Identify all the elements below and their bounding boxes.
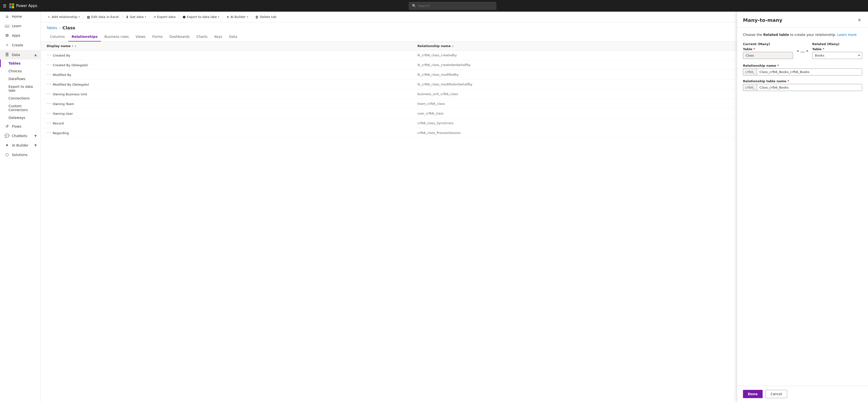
edit-in-excel-button[interactable]: ▦ Edit data in Excel	[85, 12, 121, 22]
home-icon: ⌂	[5, 14, 9, 19]
sidebar-item-label: Home	[12, 14, 22, 19]
search-icon: 🔍	[412, 4, 416, 8]
row-actions[interactable]: ···	[46, 101, 52, 106]
relationship-table-name-field: Relationship table name * crfb6_	[743, 79, 862, 91]
row-actions[interactable]: ···	[46, 72, 52, 77]
sidebar-sub-label: Export to data lake	[8, 85, 37, 93]
done-button[interactable]: Done	[743, 390, 763, 398]
export-data-button[interactable]: ↗ Export data	[151, 12, 178, 22]
panel-description: Choose the Related table to create your …	[743, 33, 862, 37]
logo: Power Apps	[9, 3, 37, 8]
sidebar-sub-label: Choices	[8, 69, 22, 73]
sidebar-item-flows[interactable]: ↺ Flows	[0, 122, 40, 131]
ai-builder-button[interactable]: ✦ AI Builder ▾	[224, 12, 251, 22]
relationship-name-input[interactable]	[757, 69, 862, 75]
sidebar-item-choices[interactable]: Choices	[0, 67, 40, 75]
sidebar-item-ai-builder[interactable]: ✦ AI Builder ▼	[0, 140, 40, 150]
row-actions[interactable]: ···	[46, 121, 52, 126]
sidebar-item-gateways[interactable]: Gateways	[0, 114, 40, 122]
sidebar-item-apps[interactable]: ⊞ Apps	[0, 31, 40, 40]
hamburger-icon[interactable]: ☰	[3, 4, 6, 8]
tab-keys[interactable]: Keys	[211, 32, 226, 41]
add-relationship-button[interactable]: ＋ Add relationship ▾	[45, 12, 82, 22]
chevron-down-icon: ▾	[218, 15, 219, 18]
chatbots-icon: 💬	[5, 133, 9, 138]
tab-charts[interactable]: Charts	[193, 32, 211, 41]
sort-icons: ↑ ↓	[72, 45, 76, 47]
display-name-cell: ··· Created By (Delegate)	[41, 60, 411, 70]
sort-icons: ↓	[452, 45, 454, 47]
delete-tab-button[interactable]: 🗑 Delete tab	[253, 12, 279, 22]
breadcrumb-parent[interactable]: Tables	[46, 26, 57, 30]
many-to-many-panel: Many-to-many ✕ Choose the Related table …	[737, 12, 868, 402]
sidebar-item-custom-connectors[interactable]: Custom Connectors	[0, 102, 40, 114]
panel-close-button[interactable]: ✕	[857, 16, 862, 24]
row-actions[interactable]: ···	[46, 92, 52, 96]
related-table-label: Table *	[812, 47, 862, 51]
sidebar-item-chatbots[interactable]: 💬 Chatbots ▼	[0, 131, 40, 140]
export-data-label: Export data	[157, 15, 176, 19]
sidebar-sub-label: Connections	[8, 96, 30, 100]
relationship-name-field: Relationship name * crfb6_	[743, 64, 862, 75]
required-mark: *	[823, 47, 824, 51]
tab-columns[interactable]: Columns	[46, 32, 68, 41]
tab-forms[interactable]: Forms	[149, 32, 166, 41]
sidebar-item-export-lake[interactable]: Export to data lake	[0, 83, 40, 94]
sidebar-item-label: Solutions	[12, 153, 27, 157]
display-name-cell: ··· Modified By	[41, 70, 411, 79]
sidebar-item-tables[interactable]: Tables	[0, 60, 40, 67]
display-name-cell: ··· Owning Team	[41, 99, 411, 109]
cancel-button[interactable]: Cancel	[766, 390, 787, 398]
col-display-name[interactable]: Display name ↑ ↓	[41, 42, 411, 51]
relationship-table-name-label: Relationship table name *	[743, 79, 862, 83]
app-name: Power Apps	[16, 4, 37, 8]
search-input[interactable]	[418, 4, 493, 8]
display-name-cell: ··· Record	[41, 119, 411, 128]
chevron-down-icon: ▼	[34, 134, 37, 138]
export-lake-button[interactable]: ⬢ Export to data lake ▾	[180, 12, 222, 22]
separator	[251, 14, 252, 20]
get-data-button[interactable]: ⬇ Get data ▾	[123, 12, 148, 22]
sidebar-item-label: Learn	[12, 24, 21, 28]
row-actions[interactable]: ···	[46, 53, 52, 58]
current-table-value: Class	[743, 52, 793, 59]
sidebar-item-solutions[interactable]: ⬡ Solutions	[0, 150, 40, 159]
panel-body: Choose the Related table to create your …	[737, 28, 868, 386]
row-actions[interactable]: ···	[46, 63, 52, 67]
sidebar-item-label: Data	[12, 53, 20, 57]
search-bar[interactable]: 🔍	[409, 2, 496, 10]
lake-icon: ⬢	[183, 15, 186, 19]
tab-data[interactable]: Data	[225, 32, 240, 41]
delete-icon: 🗑	[255, 15, 258, 19]
sidebar-item-home[interactable]: ⌂ Home	[0, 12, 40, 21]
current-heading: Current (Many)	[743, 42, 793, 46]
edit-excel-label: Edit data in Excel	[91, 15, 119, 19]
relationship-table-name-input[interactable]	[757, 84, 862, 91]
tab-business-rules[interactable]: Business rules	[101, 32, 132, 41]
row-actions[interactable]: ···	[46, 82, 52, 87]
chevron-down-icon: ▾	[79, 15, 80, 18]
tab-dashboards[interactable]: Dashboards	[166, 32, 193, 41]
learn-more-link[interactable]: Learn more	[837, 33, 857, 37]
row-actions[interactable]: ···	[46, 131, 52, 135]
row-actions[interactable]: ···	[46, 111, 52, 116]
display-name-cell: ··· Owning User	[41, 109, 411, 119]
sidebar-item-data[interactable]: 🗄 Data ▲	[0, 50, 40, 60]
sidebar-sub-label: Gateways	[8, 116, 25, 120]
data-icon: 🗄	[5, 53, 9, 57]
tab-views[interactable]: Views	[132, 32, 149, 41]
relationship-name-label: Relationship name *	[743, 64, 862, 67]
sidebar-sub-label: Tables	[8, 61, 21, 65]
relationship-name-prefix: crfb6_	[743, 69, 757, 75]
related-table-select[interactable]: Books Account Contact Order	[812, 52, 862, 59]
related-col: Related (Many) Table * Books Account Con…	[812, 42, 862, 59]
microsoft-logo	[9, 3, 14, 8]
sidebar-item-learn[interactable]: 📖 Learn	[0, 21, 40, 31]
tab-relationships[interactable]: Relationships	[68, 32, 101, 41]
sidebar-item-dataflows[interactable]: Dataflows	[0, 75, 40, 83]
sidebar-sub-label: Dataflows	[8, 77, 26, 81]
sidebar-item-connections[interactable]: Connections	[0, 94, 40, 102]
sidebar-item-create[interactable]: ＋ Create	[0, 40, 40, 50]
delete-tab-label: Delete tab	[260, 15, 276, 19]
learn-icon: 📖	[5, 24, 9, 28]
